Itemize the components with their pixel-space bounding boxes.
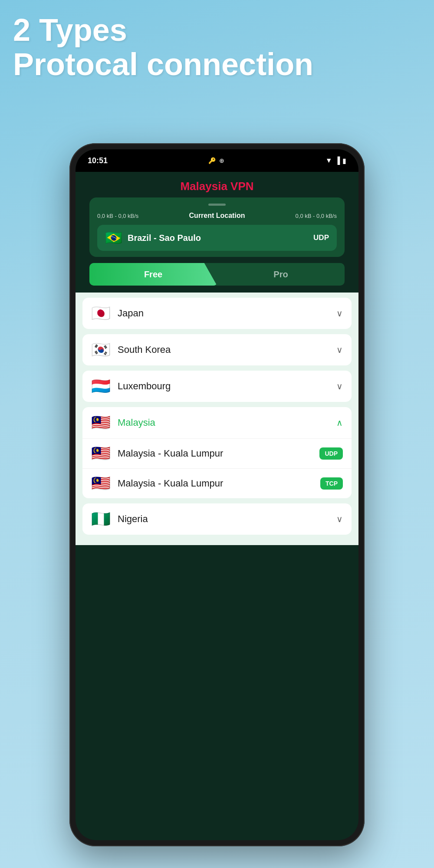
chevron-down-icon: ∨ <box>336 345 343 355</box>
udp-tag: UDP <box>319 447 343 460</box>
location-row[interactable]: 🇧🇷 Brazil - Sao Paulo UDP <box>97 225 337 251</box>
nigeria-label: Nigeria <box>118 513 148 525</box>
server-list: 🇯🇵 Japan ∨ 🇰🇷 South Korea ∨ <box>76 293 358 545</box>
location-name: Brazil - Sao Paulo <box>128 233 201 243</box>
app-title: Malaysia VPN <box>76 180 358 193</box>
location-left: 🇧🇷 Brazil - Sao Paulo <box>105 231 201 245</box>
chevron-down-icon: ∨ <box>336 308 343 319</box>
headline-line1: 2 Types <box>13 13 421 47</box>
pro-tab[interactable]: Pro <box>217 263 345 286</box>
current-location-section: 0,0 kB - 0,0 kB/s Current Location 0,0 k… <box>89 197 345 257</box>
location-stats: 0,0 kB - 0,0 kB/s Current Location 0,0 k… <box>97 212 337 220</box>
chevron-down-icon: ∨ <box>336 381 343 391</box>
headline: 2 Types Protocal connection <box>13 13 421 82</box>
phone-inner: 10:51 🔑 ⊕ ▼ ▐ ▮ Malaysia VPN <box>76 149 358 840</box>
app-title-pink: VPN <box>230 180 253 193</box>
drag-handle <box>208 204 226 206</box>
server-item-left: 🇰🇷 South Korea <box>91 342 171 358</box>
luxembourg-label: Luxembourg <box>118 381 171 392</box>
malaysia-kl-tcp-label: Malaysia - Kuala Lumpur <box>118 478 223 489</box>
malaysia-kl-flag-udp: 🇲🇾 <box>91 446 111 461</box>
chevron-up-icon: ∧ <box>336 418 343 428</box>
signal-icon: ▐ <box>335 157 340 164</box>
chevron-down-icon: ∨ <box>336 514 343 524</box>
wifi-icon: ▼ <box>326 157 332 164</box>
stats-left: 0,0 kB - 0,0 kB/s <box>97 213 138 219</box>
key-icon: 🔑 <box>208 157 216 164</box>
status-right-icons: ▼ ▐ ▮ <box>326 157 346 165</box>
free-tab[interactable]: Free <box>89 263 217 286</box>
sub-item-left: 🇲🇾 Malaysia - Kuala Lumpur <box>91 476 223 491</box>
battery-icon: ▮ <box>342 157 346 165</box>
app-header: Malaysia VPN <box>76 172 358 197</box>
app-title-white: Malaysia <box>180 180 230 193</box>
status-bar: 10:51 🔑 ⊕ ▼ ▐ ▮ <box>76 149 358 172</box>
malaysia-sub-item-tcp[interactable]: 🇲🇾 Malaysia - Kuala Lumpur TCP <box>82 468 352 498</box>
south-korea-label: South Korea <box>118 344 171 355</box>
protocol-badge: UDP <box>313 233 329 242</box>
list-item[interactable]: 🇳🇬 Nigeria ∨ <box>82 503 352 535</box>
japan-label: Japan <box>118 308 144 319</box>
malaysia-expanded-item[interactable]: 🇲🇾 Malaysia ∧ 🇲🇾 Malaysia - Kuala Lumpur… <box>82 407 352 498</box>
malaysia-kl-udp-label: Malaysia - Kuala Lumpur <box>118 448 223 459</box>
headline-line2: Protocal connection <box>13 47 421 82</box>
list-item[interactable]: 🇯🇵 Japan ∨ <box>82 298 352 329</box>
malaysia-flag: 🇲🇾 <box>91 415 111 431</box>
phone-mockup: 10:51 🔑 ⊕ ▼ ▐ ▮ Malaysia VPN <box>69 143 365 846</box>
server-item-left: 🇱🇺 Luxembourg <box>91 378 171 394</box>
status-center-icons: 🔑 ⊕ <box>208 157 224 164</box>
south-korea-flag: 🇰🇷 <box>91 342 111 358</box>
free-pro-toggle[interactable]: Free Pro <box>89 263 345 286</box>
server-item-left: 🇯🇵 Japan <box>91 306 144 321</box>
luxembourg-flag: 🇱🇺 <box>91 378 111 394</box>
list-item[interactable]: 🇱🇺 Luxembourg ∨ <box>82 371 352 402</box>
sub-item-left: 🇲🇾 Malaysia - Kuala Lumpur <box>91 446 223 461</box>
server-item-left: 🇳🇬 Nigeria <box>91 511 148 527</box>
stats-right: 0,0 kB - 0,0 kB/s <box>296 213 337 219</box>
list-item[interactable]: 🇰🇷 South Korea ∨ <box>82 334 352 365</box>
tcp-tag: TCP <box>320 477 343 490</box>
malaysia-label: Malaysia <box>118 417 155 428</box>
brazil-flag: 🇧🇷 <box>105 231 122 245</box>
nigeria-flag: 🇳🇬 <box>91 511 111 527</box>
circle-icon: ⊕ <box>219 157 224 164</box>
current-location-label: Current Location <box>189 212 245 220</box>
malaysia-header[interactable]: 🇲🇾 Malaysia ∧ <box>82 407 352 438</box>
status-time: 10:51 <box>88 156 108 165</box>
phone-shell: 10:51 🔑 ⊕ ▼ ▐ ▮ Malaysia VPN <box>69 143 365 846</box>
japan-flag: 🇯🇵 <box>91 306 111 321</box>
malaysia-item-left: 🇲🇾 Malaysia <box>91 415 155 431</box>
malaysia-kl-flag-tcp: 🇲🇾 <box>91 476 111 491</box>
malaysia-sub-item-udp[interactable]: 🇲🇾 Malaysia - Kuala Lumpur UDP <box>82 438 352 468</box>
